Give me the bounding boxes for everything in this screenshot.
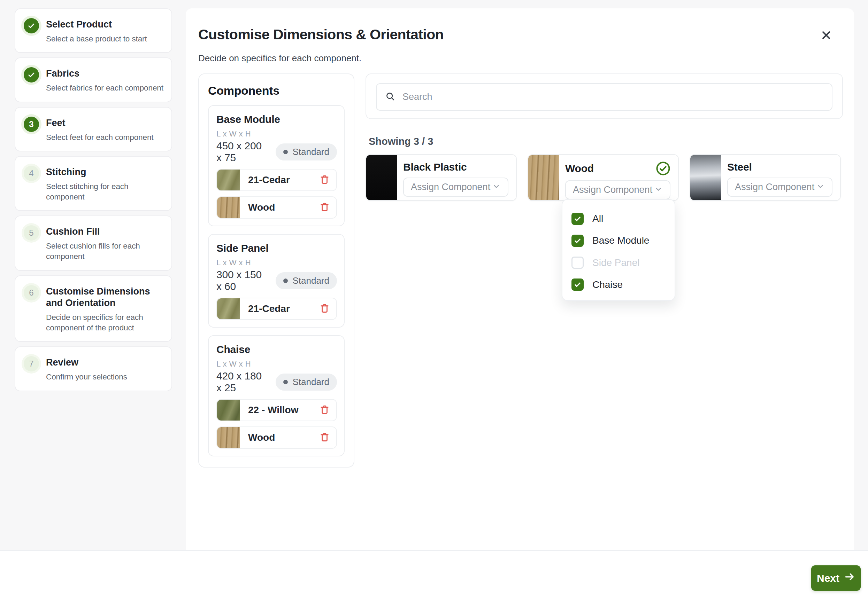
assign-component-select[interactable]: Assign Component — [727, 178, 832, 197]
step-title: Feet — [46, 117, 153, 129]
fabric-swatch-image — [217, 170, 240, 190]
material-name: 21-Cedar — [248, 175, 290, 185]
search-icon — [385, 91, 395, 103]
material-name: Wood — [248, 202, 275, 213]
footer-bar: Next — [0, 550, 868, 604]
dropdown-option-side-panel[interactable]: Side Panel — [572, 256, 665, 270]
assigned-material-row: 22 - Willow — [216, 399, 337, 421]
step-card-stitching[interactable]: 4 Stitching Select stitching for each co… — [15, 156, 172, 211]
remove-material-button[interactable] — [319, 303, 330, 315]
components-panel: Components Base Module L x W x H 450 x 2… — [198, 73, 354, 468]
search-card — [366, 73, 843, 119]
step-check-icon — [24, 18, 39, 33]
wood-swatch-image — [217, 427, 240, 448]
configurator-app: Select Product Select a base product to … — [0, 0, 868, 604]
remove-material-button[interactable] — [319, 404, 330, 416]
dims-label: L x W x H — [216, 258, 337, 267]
dropdown-option-all[interactable]: All — [572, 212, 665, 226]
steps-list: Select Product Select a base product to … — [0, 0, 186, 391]
material-name: Wood — [248, 432, 275, 443]
step-title: Select Product — [46, 19, 147, 31]
material-card-title: Black Plastic — [403, 161, 467, 173]
search-input[interactable] — [403, 91, 823, 102]
dropdown-option-chaise[interactable]: Chaise — [572, 278, 665, 292]
component-name: Base Module — [216, 113, 337, 125]
badge-dot — [283, 278, 288, 283]
remove-material-button[interactable] — [319, 432, 330, 443]
selected-check-circle-icon — [656, 161, 670, 176]
step-title: Customise Dimensions and Orientation — [46, 286, 164, 309]
assign-component-select[interactable]: Assign Component — [403, 178, 508, 197]
trash-icon — [319, 202, 330, 213]
step-number-badge: 3 — [24, 117, 39, 132]
chevron-down-icon — [492, 182, 501, 192]
badge-dot — [283, 150, 288, 154]
step-description: Select cushion fills for each component — [46, 241, 164, 261]
material-name: 22 - Willow — [248, 405, 298, 416]
step-card-select-product[interactable]: Select Product Select a base product to … — [15, 8, 172, 53]
standard-badge: Standard — [276, 374, 337, 391]
assigned-material-row: Wood — [216, 196, 337, 219]
page-subtitle: Decide on specifics for each component. — [198, 53, 361, 64]
step-description: Select a base product to start — [46, 34, 147, 44]
dims-value: 420 x 180 x 25 — [216, 370, 262, 394]
wood-swatch-image — [217, 197, 240, 218]
trash-icon — [319, 404, 330, 416]
step-title: Stitching — [46, 167, 164, 178]
trash-icon — [319, 174, 330, 186]
checkbox-checked-icon[interactable] — [572, 278, 584, 291]
material-card-title: Steel — [727, 161, 752, 173]
step-title: Fabrics — [46, 68, 163, 80]
standard-badge: Standard — [276, 144, 337, 161]
remove-material-button[interactable] — [319, 202, 330, 213]
material-card-steel: Steel Assign Component — [690, 154, 841, 201]
dims-value: 300 x 150 x 60 — [216, 269, 262, 292]
fabric-swatch-image — [217, 298, 240, 319]
checkbox-unchecked-icon[interactable] — [572, 256, 584, 269]
step-description: Select stitching for each component — [46, 181, 164, 202]
steps-sidebar: Select Product Select a base product to … — [0, 0, 186, 550]
main-panel: Customise Dimensions & Orientation Decid… — [186, 8, 854, 550]
step-number-badge: 5 — [24, 225, 39, 241]
wood-texture-image — [528, 155, 559, 200]
component-card-base-module: Base Module L x W x H 450 x 200 x 75 Sta… — [208, 105, 345, 226]
assigned-material-row: 21-Cedar — [216, 169, 337, 191]
step-title: Cushion Fill — [46, 226, 164, 238]
step-number-badge: 7 — [24, 356, 39, 371]
close-icon — [820, 29, 832, 42]
assign-component-select[interactable]: Assign Component — [565, 180, 670, 199]
checkbox-checked-icon[interactable] — [572, 213, 584, 225]
next-button[interactable]: Next — [811, 565, 861, 591]
dims-label: L x W x H — [216, 130, 337, 139]
remove-material-button[interactable] — [319, 174, 330, 186]
step-card-customise-dimensions[interactable]: 6 Customise Dimensions and Orientation D… — [15, 275, 172, 342]
dims-label: L x W x H — [216, 360, 337, 369]
material-name: 21-Cedar — [248, 303, 290, 314]
close-button[interactable] — [818, 27, 835, 44]
material-card-wood: Wood Assign Component — [527, 154, 679, 201]
step-card-fabrics[interactable]: Fabrics Select fabrics for each componen… — [15, 57, 172, 102]
component-name: Side Panel — [216, 242, 337, 254]
step-description: Decide on specifics for each component o… — [46, 312, 164, 333]
step-number-badge: 4 — [24, 166, 39, 181]
chevron-down-icon — [816, 182, 825, 192]
assigned-material-row: Wood — [216, 426, 337, 449]
step-description: Select feet for each component — [46, 132, 153, 143]
dropdown-option-base-module[interactable]: Base Module — [572, 233, 665, 247]
step-card-cushion-fill[interactable]: 5 Cushion Fill Select cushion fills for … — [15, 215, 172, 270]
assigned-material-row: 21-Cedar — [216, 298, 337, 320]
steel-texture-image — [690, 155, 721, 200]
checkbox-checked-icon[interactable] — [572, 235, 584, 247]
trash-icon — [319, 432, 330, 443]
step-description: Select fabrics for each component — [46, 83, 163, 93]
step-card-feet[interactable]: 3 Feet Select feet for each component — [15, 107, 172, 151]
black-plastic-texture-image — [366, 155, 397, 200]
step-card-review[interactable]: 7 Review Confirm your selections — [15, 346, 172, 391]
chevron-down-icon — [654, 185, 663, 195]
step-check-icon — [24, 67, 39, 82]
material-card-black-plastic: Black Plastic Assign Component — [366, 154, 517, 201]
component-card-side-panel: Side Panel L x W x H 300 x 150 x 60 Stan… — [208, 234, 345, 327]
page-title: Customise Dimensions & Orientation — [198, 26, 443, 43]
results-count: Showing 3 / 3 — [369, 136, 433, 147]
step-description: Confirm your selections — [46, 372, 127, 382]
